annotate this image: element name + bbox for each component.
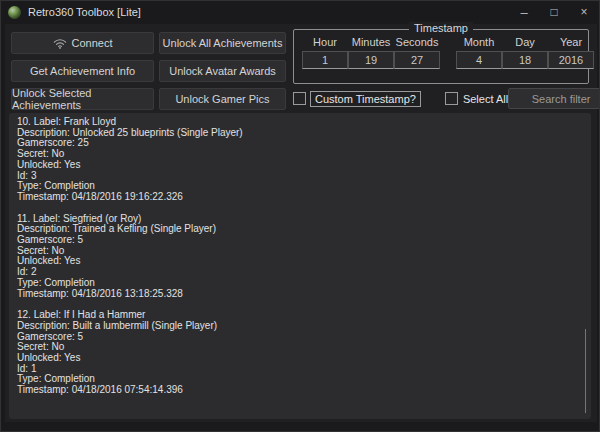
achievement-line: Unlocked: Yes [17, 160, 583, 171]
achievement-line: Id: 2 [17, 267, 583, 278]
unlock-avatar-awards-label: Unlock Avatar Awards [169, 65, 276, 77]
achievement-line: Secret: No [17, 342, 583, 353]
maximize-button[interactable]: □ [539, 1, 569, 23]
achievement-line: Gamerscore: 25 [17, 138, 583, 149]
timestamp-groupbox-title: Timestamp [409, 22, 473, 34]
connect-button-label: Connect [72, 37, 113, 49]
month-input[interactable] [456, 51, 502, 69]
close-button[interactable]: × [569, 1, 599, 23]
custom-timestamp-label: Custom Timestamp? [310, 91, 421, 107]
year-field-group: Year [548, 36, 594, 69]
hour-label: Hour [313, 36, 337, 48]
app-icon [8, 6, 21, 19]
window-controls: – □ × [509, 1, 599, 23]
achievement-entry: 12. Label: If I Had a HammerDescription:… [17, 310, 583, 396]
achievement-line: Gamerscore: 5 [17, 332, 583, 343]
app-window: Retro360 Toolbox [Lite] – □ × Connect Ge… [0, 0, 600, 432]
achievement-line: Id: 3 [17, 171, 583, 182]
unlock-gamer-pics-label: Unlock Gamer Pics [175, 93, 269, 105]
connect-button[interactable]: Connect [11, 32, 154, 54]
achievement-line: Secret: No [17, 246, 583, 257]
wifi-icon [53, 38, 67, 49]
minutes-input[interactable] [348, 51, 394, 69]
unlock-all-achievements-label: Unlock All Achievements [163, 37, 283, 49]
year-label: Year [560, 36, 582, 48]
achievement-entry: 11. Label: Siegfried (or Roy)Description… [17, 214, 583, 300]
achievement-line: Description: Trained a Kefling (Single P… [17, 224, 583, 235]
year-input[interactable] [548, 51, 594, 69]
minimize-button[interactable]: – [509, 1, 539, 23]
seconds-input[interactable] [394, 51, 440, 69]
achievement-line: Gamerscore: 5 [17, 235, 583, 246]
unlock-selected-achievements-button[interactable]: Unlock Selected Achievements [11, 88, 154, 110]
day-label: Day [515, 36, 535, 48]
achievement-entry: 10. Label: Frank LloydDescription: Unloc… [17, 117, 583, 203]
titlebar: Retro360 Toolbox [Lite] – □ × [1, 1, 599, 23]
day-field-group: Day [502, 36, 548, 69]
achievement-line: Description: Built a lumbermill (Single … [17, 321, 583, 332]
achievement-log[interactable]: 10. Label: Frank LloydDescription: Unloc… [9, 113, 591, 419]
search-filter-input[interactable] [508, 88, 600, 109]
unlock-gamer-pics-button[interactable]: Unlock Gamer Pics [159, 88, 286, 110]
achievement-line: Timestamp: 04/18/2016 13:18:25.328 [17, 289, 583, 300]
hour-input[interactable] [302, 51, 348, 69]
unlock-selected-achievements-label: Unlock Selected Achievements [12, 87, 153, 111]
achievement-line: Secret: No [17, 149, 583, 160]
achievement-line: Unlocked: Yes [17, 353, 583, 364]
options-row: Custom Timestamp? Select All [293, 88, 589, 109]
achievement-line: Timestamp: 04/18/2016 19:16:22.326 [17, 192, 583, 203]
get-achievement-info-button[interactable]: Get Achievement Info [11, 60, 154, 82]
achievement-line: Description: Unlocked 25 blueprints (Sin… [17, 128, 583, 139]
timestamp-groupbox: Timestamp Hour Minutes Seconds Month Day [293, 29, 589, 84]
unlock-all-achievements-button[interactable]: Unlock All Achievements [159, 32, 286, 54]
select-all-label: Select All [463, 93, 508, 105]
minutes-label: Minutes [352, 36, 391, 48]
day-input[interactable] [502, 51, 548, 69]
unlock-avatar-awards-button[interactable]: Unlock Avatar Awards [159, 60, 286, 82]
get-achievement-info-label: Get Achievement Info [30, 65, 135, 77]
hour-field-group: Hour [302, 36, 348, 69]
achievement-line: Unlocked: Yes [17, 256, 583, 267]
select-all-checkbox[interactable] [445, 92, 458, 105]
window-title: Retro360 Toolbox [Lite] [28, 6, 141, 18]
seconds-field-group: Seconds [394, 36, 440, 69]
achievement-line: Id: 1 [17, 364, 583, 375]
month-field-group: Month [456, 36, 502, 69]
achievement-line: Timestamp: 04/18/2016 07:54:14.396 [17, 385, 583, 396]
seconds-label: Seconds [396, 36, 439, 48]
month-label: Month [464, 36, 495, 48]
minutes-field-group: Minutes [348, 36, 394, 69]
achievement-line: Type: Completion [17, 278, 583, 289]
custom-timestamp-checkbox[interactable] [293, 92, 306, 105]
scrollbar-thumb[interactable] [585, 329, 586, 413]
